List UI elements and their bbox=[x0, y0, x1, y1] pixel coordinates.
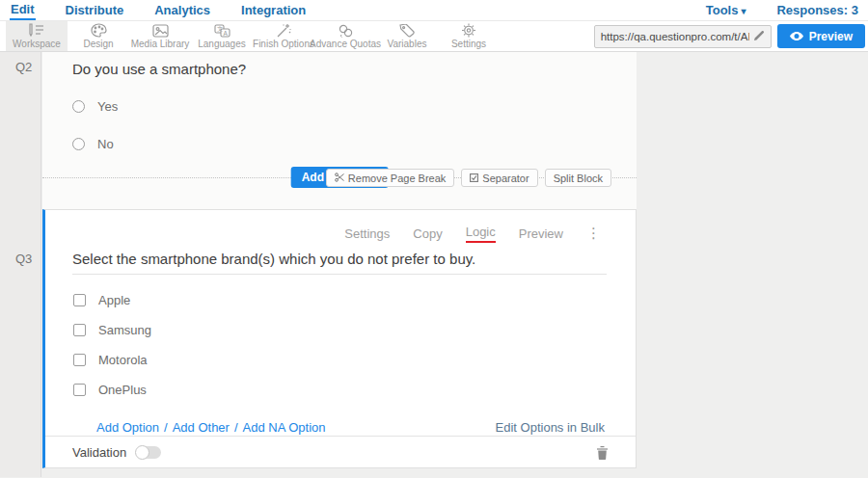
toolbar-item-finish-options[interactable]: Finish Options bbox=[253, 21, 314, 51]
split-block-button[interactable]: Split Block bbox=[545, 169, 611, 187]
responses-count[interactable]: Responses: 3 bbox=[776, 3, 858, 17]
tab-analytics[interactable]: Analytics bbox=[153, 2, 211, 19]
checkbox-checked-icon bbox=[470, 173, 478, 184]
option-label: Samsung bbox=[98, 323, 151, 337]
toolbar-item-settings[interactable]: Settings bbox=[438, 21, 500, 51]
checkbox[interactable] bbox=[73, 294, 86, 306]
toolbar: Workspace Design Media Library 文 A Langu… bbox=[0, 21, 868, 52]
answer-option-row: OnePlus bbox=[45, 381, 636, 398]
tag-icon bbox=[399, 24, 415, 38]
question-text-q3[interactable]: Select the smartphone brand(s) which you… bbox=[72, 251, 607, 275]
question-tab-copy[interactable]: Copy bbox=[413, 226, 442, 241]
option-label: Yes bbox=[97, 99, 118, 114]
question-block-q2[interactable]: Do you use a smartphone? Yes No Add Ques… bbox=[42, 52, 637, 209]
toolbar-item-label: Advance Quotas bbox=[310, 39, 381, 49]
toolbar-item-label: Variables bbox=[388, 39, 427, 49]
toolbar-item-label: Workspace bbox=[13, 39, 61, 49]
workspace-icon bbox=[28, 23, 45, 38]
caret-down-icon: ▾ bbox=[741, 6, 746, 16]
svg-text:文: 文 bbox=[217, 25, 223, 32]
validation-toggle[interactable] bbox=[136, 446, 161, 459]
toolbar-item-advance-quotas[interactable]: Advance Quotas bbox=[314, 21, 376, 51]
answer-option-row: Yes bbox=[42, 97, 637, 115]
survey-url-field[interactable]: https://qa.questionpro.com/t/APNrFZgQ bbox=[594, 25, 772, 48]
survey-url-value: https://qa.questionpro.com/t/APNrFZgQ bbox=[601, 31, 749, 42]
answer-option-row: Samsung bbox=[45, 321, 636, 338]
palette-icon bbox=[91, 23, 107, 38]
more-options-icon[interactable]: ⋮ bbox=[586, 228, 601, 238]
question-tab-settings[interactable]: Settings bbox=[344, 226, 390, 241]
answer-option-row: Apple bbox=[45, 291, 636, 308]
link-separator: / bbox=[164, 420, 168, 435]
separator-button[interactable]: Separator bbox=[461, 169, 537, 187]
validation-row: Validation bbox=[45, 436, 636, 467]
radio-button[interactable] bbox=[72, 138, 85, 150]
option-links-row: Add Option / Add Other / Add NA Option E… bbox=[45, 418, 636, 436]
add-other-link[interactable]: Add Other bbox=[173, 420, 230, 435]
question-tab-preview[interactable]: Preview bbox=[519, 226, 563, 241]
toolbar-item-label: Settings bbox=[451, 39, 486, 49]
checkbox[interactable] bbox=[73, 354, 86, 366]
toolbar-item-label: Finish Options bbox=[253, 39, 314, 49]
toolbar-item-languages[interactable]: 文 A Languages bbox=[191, 21, 253, 51]
toolbar-item-workspace[interactable]: Workspace bbox=[6, 21, 68, 51]
option-label: Motorola bbox=[98, 353, 148, 367]
question-block-q3: Settings Copy Logic Preview ⋮ Select the… bbox=[42, 209, 637, 468]
add-na-option-link[interactable]: Add NA Option bbox=[243, 420, 326, 435]
eye-icon bbox=[790, 30, 803, 43]
delete-question-trash-icon[interactable] bbox=[596, 445, 609, 460]
links-icon bbox=[338, 24, 354, 38]
checkbox[interactable] bbox=[73, 384, 86, 396]
remove-page-break-button[interactable]: Remove Page Break bbox=[326, 169, 455, 187]
toolbar-item-media-library[interactable]: Media Library bbox=[129, 21, 191, 51]
top-nav: Edit Distribute Analytics Integration To… bbox=[0, 0, 868, 21]
tab-distribute[interactable]: Distribute bbox=[65, 2, 125, 19]
preview-button[interactable]: Preview bbox=[777, 24, 865, 48]
svg-text:A: A bbox=[223, 29, 228, 36]
answer-option-row: No bbox=[42, 135, 637, 152]
image-icon bbox=[152, 24, 169, 38]
edit-options-in-bulk-link[interactable]: Edit Options in Bulk bbox=[496, 420, 605, 435]
option-label: No bbox=[97, 137, 114, 151]
toolbar-item-design[interactable]: Design bbox=[68, 21, 129, 51]
translate-icon: 文 A bbox=[214, 24, 231, 38]
validation-label: Validation bbox=[72, 445, 126, 460]
link-separator: / bbox=[234, 420, 238, 435]
answer-options-list: Apple Samsung Motorola OnePlus bbox=[45, 291, 636, 411]
wand-icon bbox=[276, 23, 291, 38]
question-number-gutter: Q2 Q3 bbox=[0, 52, 41, 477]
checkbox[interactable] bbox=[73, 324, 86, 336]
toggle-knob bbox=[135, 445, 149, 460]
question-number-q3: Q3 bbox=[15, 252, 32, 266]
question-text-q2[interactable]: Do you use a smartphone? bbox=[42, 52, 637, 77]
gear-icon bbox=[461, 23, 476, 38]
answer-option-row: Motorola bbox=[45, 351, 636, 368]
toolbar-item-label: Languages bbox=[198, 39, 246, 49]
page-break-divider: Add Question Remove Page Break bbox=[42, 163, 637, 194]
toolbar-item-label: Design bbox=[83, 39, 113, 49]
survey-editor-canvas: Q2 Q3 Do you use a smartphone? Yes No Ad… bbox=[0, 52, 868, 477]
question-action-tabs: Settings Copy Logic Preview ⋮ bbox=[45, 210, 636, 242]
option-label: OnePlus bbox=[98, 383, 147, 397]
question-number-q2: Q2 bbox=[15, 60, 32, 74]
scissors-icon bbox=[335, 173, 344, 184]
toolbar-item-label: Media Library bbox=[131, 39, 190, 49]
edit-url-pencil-icon[interactable] bbox=[753, 30, 765, 43]
toolbar-item-variables[interactable]: Variables bbox=[376, 21, 438, 51]
radio-button[interactable] bbox=[72, 100, 85, 113]
tab-edit[interactable]: Edit bbox=[10, 1, 36, 20]
tools-menu[interactable]: Tools▾ bbox=[706, 3, 746, 17]
option-label: Apple bbox=[98, 293, 130, 307]
add-option-link[interactable]: Add Option bbox=[96, 420, 159, 435]
question-tab-logic[interactable]: Logic bbox=[466, 225, 496, 243]
tab-integration[interactable]: Integration bbox=[240, 2, 307, 19]
